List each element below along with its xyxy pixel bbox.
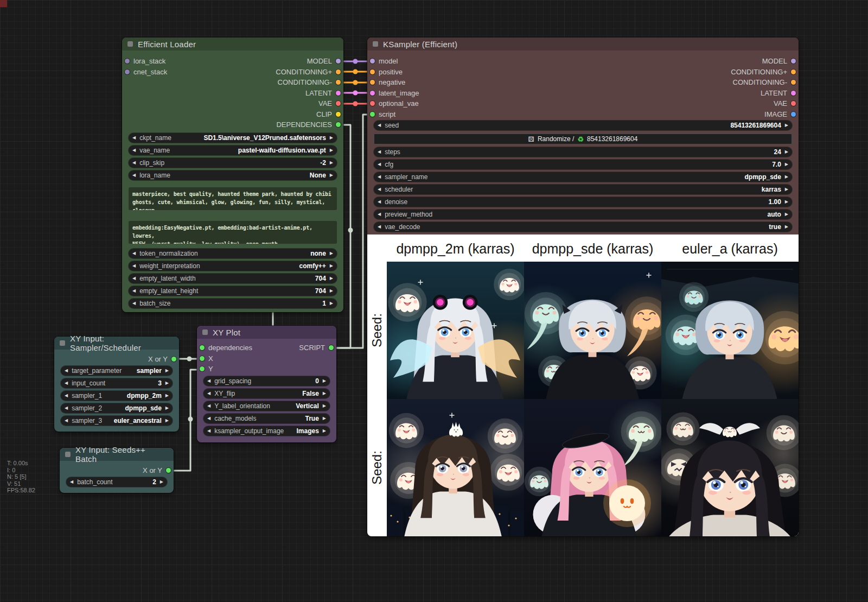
decrement-arrow[interactable]: ◀ <box>132 299 136 308</box>
output-port-X or Y[interactable]: X or Y <box>148 354 176 365</box>
output-port-LATENT[interactable]: LATENT <box>305 88 341 99</box>
port-dot[interactable] <box>336 112 341 117</box>
decrement-arrow[interactable]: ◀ <box>132 133 136 143</box>
negative-prompt-textarea[interactable]: embedding:EasyNegative.pt, embedding:bad… <box>129 221 337 244</box>
widget-sampler_name[interactable]: ◀sampler_namedpmpp_sde▶ <box>374 172 792 182</box>
port-dot[interactable] <box>791 69 796 74</box>
port-dot[interactable] <box>336 91 341 96</box>
node-collapse-box[interactable] <box>127 41 133 47</box>
widget-empty_latent_height[interactable]: ◀empty_latent_height704▶ <box>129 286 337 296</box>
widget-vae_name[interactable]: ◀vae_namepastel-waifu-diffusion.vae.pt▶ <box>129 145 337 155</box>
node-efficient-loader[interactable]: Efficient Loader lora_stackMODELcnet_sta… <box>122 37 343 312</box>
widget-XY_flip[interactable]: ◀XY_flipFalse▶ <box>203 389 330 398</box>
increment-arrow[interactable]: ▶ <box>323 414 326 423</box>
output-port-VAE[interactable]: VAE <box>774 98 796 109</box>
port-dot[interactable] <box>125 69 130 74</box>
increment-arrow[interactable]: ▶ <box>160 477 163 487</box>
increment-arrow[interactable]: ▶ <box>785 121 788 130</box>
input-port-positive[interactable]: positive <box>370 67 403 78</box>
port-dot[interactable] <box>336 69 341 74</box>
widget-denoise[interactable]: ◀denoise1.00▶ <box>374 197 792 207</box>
input-port-dependencies[interactable]: dependencies <box>200 343 252 353</box>
input-port-optional_vae[interactable]: optional_vae <box>370 98 419 109</box>
positive-prompt-textarea[interactable]: masterpiece, best quality, haunted theme… <box>129 187 337 210</box>
increment-arrow[interactable]: ▶ <box>165 391 169 401</box>
increment-arrow[interactable]: ▶ <box>785 210 788 219</box>
decrement-arrow[interactable]: ◀ <box>378 210 381 219</box>
output-port-DEPENDENCIES[interactable]: DEPENDENCIES <box>276 119 341 130</box>
input-port-script[interactable]: script <box>370 109 395 120</box>
widget-preview_method[interactable]: ◀preview_methodauto▶ <box>374 210 792 219</box>
output-port-IMAGE[interactable]: IMAGE <box>764 109 796 120</box>
widget-Y_label_orientation[interactable]: ◀Y_label_orientationVertical▶ <box>203 401 330 411</box>
port-dot[interactable] <box>791 59 796 64</box>
increment-arrow[interactable]: ▶ <box>785 160 788 169</box>
widget-clip_skip[interactable]: ◀clip_skip-2▶ <box>129 158 337 168</box>
decrement-arrow[interactable]: ◀ <box>207 401 210 411</box>
port-dot[interactable] <box>791 80 796 85</box>
node-collapse-box[interactable] <box>60 340 65 346</box>
decrement-arrow[interactable]: ◀ <box>132 286 136 296</box>
increment-arrow[interactable]: ▶ <box>785 172 788 182</box>
input-port-cnet_stack[interactable]: cnet_stack <box>125 67 167 78</box>
output-port-VAE[interactable]: VAE <box>318 98 341 109</box>
port-dot[interactable] <box>370 59 375 64</box>
output-port-CONDITIONING-[interactable]: CONDITIONING- <box>733 77 796 88</box>
increment-arrow[interactable]: ▶ <box>785 185 788 194</box>
input-port-model[interactable]: model <box>370 56 398 67</box>
input-port-Y[interactable]: Y <box>200 364 213 375</box>
widget-weight_interpretation[interactable]: ◀weight_interpretationcomfy++▶ <box>129 261 337 271</box>
decrement-arrow[interactable]: ◀ <box>378 121 381 130</box>
decrement-arrow[interactable]: ◀ <box>65 391 68 401</box>
decrement-arrow[interactable]: ◀ <box>132 274 136 283</box>
increment-arrow[interactable]: ▶ <box>323 376 326 386</box>
widget-sampler_2[interactable]: ◀sampler_2dpmpp_sde▶ <box>61 403 173 413</box>
port-dot[interactable] <box>370 101 375 106</box>
input-port-X[interactable]: X <box>200 353 213 364</box>
port-dot[interactable] <box>336 101 341 106</box>
port-dot[interactable] <box>370 80 375 85</box>
output-port-MODEL[interactable]: MODEL <box>307 56 341 67</box>
widget-input_count[interactable]: ◀input_count3▶ <box>61 378 173 388</box>
node-collapse-box[interactable] <box>202 329 208 335</box>
decrement-arrow[interactable]: ◀ <box>378 147 381 157</box>
decrement-arrow[interactable]: ◀ <box>65 403 68 413</box>
port-dot[interactable] <box>791 91 796 96</box>
increment-arrow[interactable]: ▶ <box>330 158 333 168</box>
widget-batch_size[interactable]: ◀batch_size1▶ <box>129 299 337 308</box>
widget-steps[interactable]: ◀steps24▶ <box>374 147 792 157</box>
port-dot[interactable] <box>166 468 171 473</box>
increment-arrow[interactable]: ▶ <box>330 274 333 283</box>
node-graph-canvas[interactable]: Efficient Loader lora_stackMODELcnet_sta… <box>0 0 868 602</box>
widget-cfg[interactable]: ◀cfg7.0▶ <box>374 160 792 169</box>
decrement-arrow[interactable]: ◀ <box>132 158 136 168</box>
increment-arrow[interactable]: ▶ <box>323 401 326 411</box>
port-dot[interactable] <box>370 69 375 74</box>
decrement-arrow[interactable]: ◀ <box>207 426 210 436</box>
decrement-arrow[interactable]: ◀ <box>65 366 68 376</box>
decrement-arrow[interactable]: ◀ <box>378 222 381 232</box>
increment-arrow[interactable]: ▶ <box>165 378 169 388</box>
node-xy-input-sampler-scheduler[interactable]: XY Input: Sampler/Scheduler X or Y◀targe… <box>54 337 179 432</box>
widget-ksampler_output_image[interactable]: ◀ksampler_output_imageImages▶ <box>203 426 330 436</box>
input-port-negative[interactable]: negative <box>370 77 405 88</box>
port-dot[interactable] <box>171 357 176 362</box>
widget-sampler_3[interactable]: ◀sampler_3euler_ancestral▶ <box>61 416 173 426</box>
widget-ckpt_name[interactable]: ◀ckpt_nameSD1.5\aniverse_V12Pruned.safet… <box>129 133 337 143</box>
output-port-CONDITIONING+[interactable]: CONDITIONING+ <box>276 67 341 78</box>
output-port-CONDITIONING+[interactable]: CONDITIONING+ <box>731 67 796 78</box>
decrement-arrow[interactable]: ◀ <box>378 197 381 207</box>
output-port-LATENT[interactable]: LATENT <box>761 88 796 99</box>
decrement-arrow[interactable]: ◀ <box>132 261 136 271</box>
increment-arrow[interactable]: ▶ <box>330 145 333 155</box>
output-port-CLIP[interactable]: CLIP <box>316 109 341 120</box>
decrement-arrow[interactable]: ◀ <box>378 172 381 182</box>
widget-cache_models[interactable]: ◀cache_modelsTrue▶ <box>203 414 330 423</box>
increment-arrow[interactable]: ▶ <box>165 403 169 413</box>
input-port-latent_image[interactable]: latent_image <box>370 88 419 99</box>
increment-arrow[interactable]: ▶ <box>165 366 169 376</box>
decrement-arrow[interactable]: ◀ <box>132 170 136 180</box>
increment-arrow[interactable]: ▶ <box>330 170 333 180</box>
port-dot[interactable] <box>370 112 375 117</box>
port-dot[interactable] <box>336 59 341 64</box>
